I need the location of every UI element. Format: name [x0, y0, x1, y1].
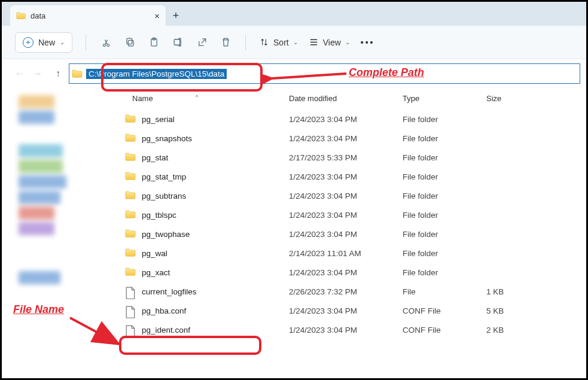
list-item[interactable]: pg_serial1/24/2023 3:04 PMFile folder: [114, 110, 586, 129]
file-list: Name ˄ Date modified Type Size pg_serial…: [114, 88, 586, 378]
copy-button[interactable]: [123, 36, 136, 49]
col-type[interactable]: Type: [403, 94, 486, 103]
toolbar: + New ⌄ Sort ⌄ View ⌄ •••: [2, 26, 586, 59]
item-date: 2/14/2023 11:01 AM: [289, 249, 403, 258]
item-type: File folder: [403, 191, 486, 200]
col-name-label: Name: [132, 94, 153, 103]
delete-button[interactable]: [219, 36, 232, 49]
forward-button[interactable]: →: [33, 68, 42, 79]
up-button[interactable]: ↑: [56, 68, 60, 79]
main-area: Name ˄ Date modified Type Size pg_serial…: [2, 88, 586, 378]
list-item[interactable]: pg_stat2/17/2023 5:33 PMFile folder: [114, 148, 586, 167]
paste-button[interactable]: [147, 36, 160, 49]
item-name: pg_serial: [142, 115, 175, 124]
item-name: pg_stat: [142, 153, 168, 162]
share-button[interactable]: [195, 36, 208, 49]
tab-title: data: [31, 11, 45, 20]
plus-circle-icon: +: [23, 37, 33, 48]
item-type: File folder: [403, 153, 486, 162]
item-name: pg_subtrans: [142, 191, 186, 200]
item-size: 2 KB: [486, 326, 546, 335]
rename-button[interactable]: [171, 36, 184, 49]
toolbar-separator: [86, 35, 86, 50]
list-item[interactable]: pg_ident.conf1/24/2023 3:04 PMCONF File2…: [114, 320, 586, 339]
list-item[interactable]: pg_twophase1/24/2023 3:04 PMFile folder: [114, 224, 586, 244]
item-date: 1/24/2023 3:04 PM: [289, 191, 403, 200]
file-icon: [125, 287, 136, 296]
folder-icon: [125, 114, 136, 124]
chevron-down-icon: ⌄: [60, 39, 65, 45]
item-date: 1/24/2023 3:04 PM: [289, 115, 403, 124]
back-button[interactable]: ←: [15, 68, 25, 79]
more-button[interactable]: •••: [361, 38, 375, 47]
chevron-down-icon: ⌄: [293, 39, 298, 45]
col-type-label: Type: [403, 94, 419, 103]
column-headers: Name ˄ Date modified Type Size: [114, 88, 586, 110]
list-item[interactable]: pg_snapshots1/24/2023 3:04 PMFile folder: [114, 129, 586, 148]
item-name: pg_snapshots: [142, 134, 192, 143]
list-item[interactable]: pg_wal2/14/2023 11:01 AMFile folder: [114, 244, 586, 263]
item-type: File: [403, 287, 486, 296]
list-item[interactable]: pg_tblspc1/24/2023 3:04 PMFile folder: [114, 205, 586, 224]
col-date[interactable]: Date modified: [289, 94, 403, 103]
sort-button[interactable]: Sort ⌄: [259, 37, 298, 47]
folder-icon: [72, 69, 83, 78]
item-name: pg_stat_tmp: [142, 172, 186, 181]
item-name: pg_twophase: [142, 230, 190, 239]
view-icon: [309, 37, 319, 47]
item-type: CONF File: [403, 306, 486, 315]
new-tab-button[interactable]: +: [166, 5, 186, 26]
item-name: pg_xact: [142, 268, 170, 277]
item-name: pg_ident.conf: [142, 326, 190, 335]
item-date: 2/26/2023 7:32 PM: [289, 287, 403, 296]
item-date: 1/24/2023 3:04 PM: [289, 211, 403, 220]
address-bar[interactable]: C:\Program Files\PostgreSQL\15\data: [69, 63, 580, 84]
folder-icon: [125, 172, 136, 181]
navigation-pane[interactable]: [2, 88, 114, 378]
cut-button[interactable]: [99, 36, 112, 49]
address-path: C:\Program Files\PostgreSQL\15\data: [86, 69, 227, 79]
folder-icon: [125, 210, 136, 220]
folder-icon: [16, 12, 26, 20]
item-date: 1/24/2023 3:04 PM: [289, 268, 403, 277]
list-item[interactable]: pg_stat_tmp1/24/2023 3:04 PMFile folder: [114, 167, 586, 186]
tab-bar: data × +: [2, 2, 586, 26]
new-button-label: New: [38, 38, 55, 47]
folder-icon: [125, 133, 136, 143]
folder-icon: [125, 191, 136, 200]
view-label: View: [323, 38, 341, 47]
item-size: 5 KB: [486, 306, 546, 315]
list-item[interactable]: pg_hba.conf1/24/2023 3:04 PMCONF File5 K…: [114, 301, 586, 320]
item-type: File folder: [403, 115, 486, 124]
list-item[interactable]: pg_subtrans1/24/2023 3:04 PMFile folder: [114, 186, 586, 205]
col-name[interactable]: Name ˄: [114, 94, 289, 103]
folder-icon: [125, 267, 136, 277]
item-type: File folder: [403, 230, 486, 239]
item-type: File folder: [403, 172, 486, 181]
active-tab[interactable]: data ×: [10, 5, 166, 26]
item-name: pg_wal: [142, 249, 167, 258]
new-button[interactable]: + New ⌄: [15, 32, 72, 53]
item-type: File folder: [403, 249, 486, 258]
item-type: CONF File: [403, 326, 486, 335]
view-button[interactable]: View ⌄: [309, 37, 350, 47]
col-size[interactable]: Size: [486, 94, 546, 103]
item-size: 1 KB: [486, 287, 546, 296]
file-icon: [125, 325, 136, 335]
sort-asc-icon: ˄: [195, 95, 199, 103]
file-icon: [125, 306, 136, 315]
item-name: pg_hba.conf: [142, 306, 186, 315]
item-type: File folder: [403, 268, 486, 277]
item-date: 1/24/2023 3:04 PM: [289, 172, 403, 181]
item-type: File folder: [403, 134, 486, 143]
item-date: 2/17/2023 5:33 PM: [289, 153, 403, 162]
item-date: 1/24/2023 3:04 PM: [289, 230, 403, 239]
chevron-down-icon: ⌄: [345, 39, 350, 45]
close-tab-icon[interactable]: ×: [154, 11, 160, 20]
item-name: current_logfiles: [142, 287, 197, 296]
list-item[interactable]: current_logfiles2/26/2023 7:32 PMFile1 K…: [114, 282, 586, 301]
item-date: 1/24/2023 3:04 PM: [289, 134, 403, 143]
item-date: 1/24/2023 3:04 PM: [289, 306, 403, 315]
list-item[interactable]: pg_xact1/24/2023 3:04 PMFile folder: [114, 263, 586, 282]
sort-icon: [259, 37, 269, 47]
